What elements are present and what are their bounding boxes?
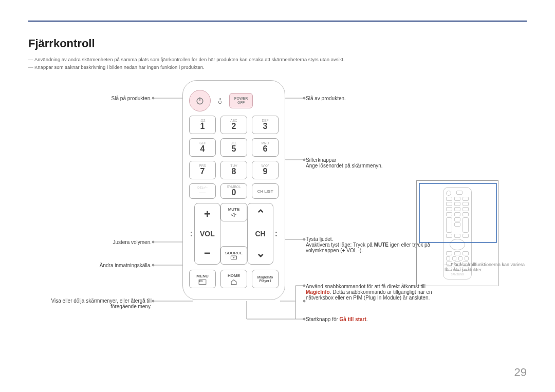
power-off-button: POWER OFF bbox=[229, 93, 253, 108]
keypad-0: SYMBOL0 bbox=[220, 183, 247, 199]
keypad-8: TUV8 bbox=[220, 161, 247, 179]
keypad-9: WXY9 bbox=[252, 161, 279, 179]
chlist-button: CH LIST bbox=[252, 183, 279, 199]
svg-point-8 bbox=[152, 300, 154, 302]
label-volume: Justera volymen. bbox=[28, 239, 152, 245]
del-button: DEL-/--― bbox=[189, 183, 216, 199]
magicinfo-button: MagicInfo Player I bbox=[252, 270, 279, 288]
source-button: SOURCE bbox=[220, 246, 247, 265]
svg-point-0 bbox=[152, 97, 154, 99]
svg-point-20 bbox=[303, 285, 305, 287]
power-on-button bbox=[189, 90, 211, 111]
label-power-off: Slå av produkten. bbox=[306, 96, 439, 101]
note-2: ―Knappar som saknar beskrivning i bilden… bbox=[28, 64, 527, 70]
keypad-3: DEF3 bbox=[252, 116, 279, 134]
keypad-5: JKL5 bbox=[220, 138, 247, 157]
menu-button: MENU bbox=[189, 270, 216, 288]
volume-rocker: +VOL− bbox=[194, 203, 220, 265]
svg-rect-32 bbox=[419, 183, 496, 242]
keypad-4: GHI4 bbox=[189, 138, 216, 157]
svg-point-14 bbox=[303, 238, 305, 240]
label-power-on: Slå på produkten. bbox=[28, 96, 152, 101]
keypad-1: .QZ1 bbox=[189, 116, 216, 134]
keypad-2: ABC2 bbox=[220, 116, 247, 134]
ir-indicator-icon bbox=[215, 98, 225, 104]
remote-control-diagram: POWER OFF .QZ1ABC2DEF3 GHI4JKL5MNO6 PRS7… bbox=[182, 80, 285, 300]
page-number: 29 bbox=[514, 366, 527, 379]
keypad-7: PRS7 bbox=[189, 161, 216, 179]
note-1: ―Användning av andra skärmenheten på sam… bbox=[28, 57, 527, 62]
svg-point-16 bbox=[303, 300, 305, 302]
footnote: ―Fjärrkontrollfunktionerna kan variera f… bbox=[445, 262, 527, 272]
svg-point-22 bbox=[303, 318, 305, 320]
label-numbers: Sifferknappar Ange lösenordet på skärmme… bbox=[306, 157, 439, 169]
svg-point-2 bbox=[152, 241, 154, 243]
svg-point-6 bbox=[152, 264, 154, 266]
channel-rocker: ⌃CH⌄ bbox=[247, 203, 273, 265]
svg-point-12 bbox=[303, 159, 305, 161]
label-menu: Visa eller dölja skärmmenyer, eller åter… bbox=[28, 298, 152, 309]
svg-rect-31 bbox=[199, 280, 202, 282]
mute-button: MUTE bbox=[220, 203, 247, 221]
keypad-6: MNO6 bbox=[252, 138, 279, 157]
page-title: Fjärrkontroll bbox=[28, 37, 527, 50]
label-source: Ändra inmatningskälla. bbox=[28, 263, 152, 268]
svg-point-10 bbox=[303, 97, 305, 99]
home-button: HOME bbox=[220, 270, 247, 288]
